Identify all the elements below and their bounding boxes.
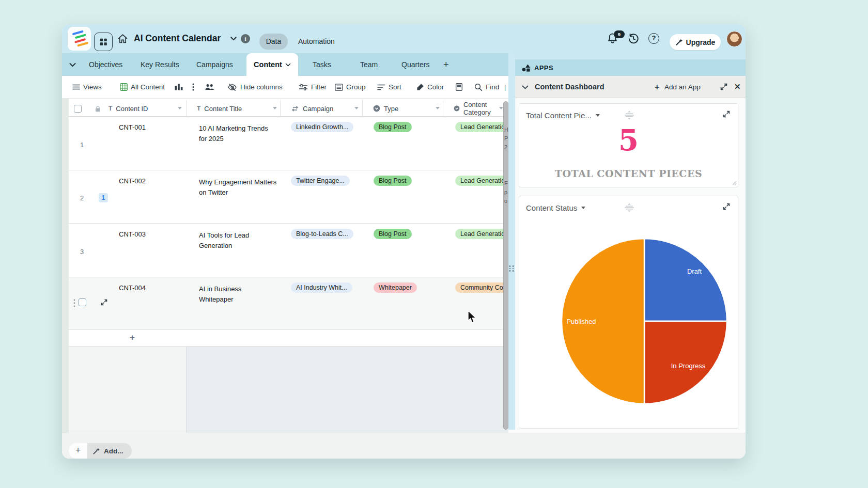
add-app-plus-icon[interactable]: + [655, 83, 659, 92]
column-caret-icon[interactable] [436, 107, 440, 109]
cell-content-id[interactable]: CNT-004 [119, 284, 146, 292]
group-button[interactable]: Group [335, 76, 366, 98]
table-row[interactable]: 2 1 CNT-002 Why Engagement Matters on Tw… [69, 170, 508, 224]
row-number: 3 [80, 248, 84, 256]
expand-widget-icon[interactable] [723, 203, 730, 210]
add-row-button[interactable]: + [69, 330, 508, 347]
column-header-campaign[interactable]: Campaign [291, 100, 333, 117]
kebab-menu-icon[interactable] [192, 83, 194, 91]
widget-total-content: Total Content Pie... 5 TOTAL CONTENT PIE… [519, 103, 738, 187]
leaderboard-icon[interactable] [175, 84, 183, 90]
filter-button[interactable]: Filter [299, 76, 327, 98]
info-icon[interactable]: i [241, 34, 250, 43]
type-pill[interactable]: Whitepaper [374, 282, 417, 293]
column-caret-icon[interactable] [354, 107, 359, 109]
table-row[interactable]: 1 CNT-001 10 AI Marketing Trends for 202… [69, 117, 508, 170]
row-height-icon[interactable] [456, 83, 462, 91]
widget-drag-handle-icon[interactable] [624, 203, 635, 212]
add-button-label: Add... [104, 447, 123, 455]
select-all-checkbox[interactable] [74, 105, 82, 113]
expand-panel-icon[interactable] [720, 83, 727, 90]
title-chevron-down-icon[interactable] [230, 36, 237, 41]
pie-label-published: Published [566, 318, 596, 325]
campaign-pill[interactable]: AI Industry Whit... [291, 282, 352, 293]
dashboard-title: Content Dashboard [535, 83, 605, 91]
tab-tasks[interactable]: Tasks [313, 53, 331, 76]
widget-title-dropdown[interactable]: Total Content Pie... [526, 111, 600, 120]
tab-data[interactable]: Data [259, 34, 288, 50]
column-header-type[interactable]: Type [373, 100, 398, 117]
cell-content-title[interactable]: AI in Business Whitepaper [199, 284, 277, 305]
collaborators-icon[interactable] [205, 84, 214, 90]
tab-quarters[interactable]: Quarters [401, 53, 429, 76]
column-header-content-id[interactable]: T Content ID [109, 100, 148, 117]
cell-content-id[interactable]: CNT-001 [119, 123, 146, 131]
tab-key-results[interactable]: Key Results [141, 53, 179, 76]
panel-divider [508, 53, 515, 430]
add-record-plus-button[interactable]: + [69, 443, 87, 459]
drag-handle-icon[interactable] [73, 299, 75, 307]
user-avatar[interactable] [726, 31, 742, 47]
help-icon[interactable]: ? [648, 33, 659, 44]
cell-content-title[interactable]: AI Tools for Lead Generation [199, 230, 277, 251]
upgrade-button[interactable]: Upgrade [670, 34, 721, 50]
column-header-content-title[interactable]: T Content Title [197, 100, 242, 117]
home-icon[interactable] [117, 34, 128, 46]
history-icon[interactable] [628, 33, 639, 44]
add-sheet-button[interactable]: + [443, 53, 449, 76]
apps-shapes-icon [522, 64, 531, 72]
color-button[interactable]: Color [416, 76, 444, 98]
tab-campaigns[interactable]: Campaigns [196, 53, 233, 76]
metric-value: 5 [519, 124, 738, 155]
collapse-tabs-chevron-icon[interactable] [69, 62, 76, 67]
upgrade-label: Upgrade [686, 38, 716, 46]
close-panel-icon[interactable]: ✕ [734, 82, 741, 91]
tab-team[interactable]: Team [360, 53, 378, 76]
row-checkbox[interactable] [79, 298, 86, 306]
views-label: Views [83, 83, 102, 91]
column-caret-icon[interactable] [178, 107, 182, 109]
stackby-logo[interactable] [68, 27, 91, 51]
table-row-hovered[interactable]: CNT-004 AI in Business Whitepaper AI Ind… [69, 277, 508, 330]
current-view-button[interactable]: All Content [120, 76, 165, 98]
app-switcher-button[interactable] [94, 33, 113, 51]
views-button[interactable]: Views [72, 76, 102, 98]
apps-panel-bar: APPS [515, 59, 746, 76]
content-status-pie-chart[interactable]: Published Draft In Progress [561, 238, 728, 405]
panel-resize-handle[interactable] [508, 261, 515, 276]
widget-title-dropdown[interactable]: Content Status [526, 203, 585, 212]
cell-content-id[interactable]: CNT-003 [119, 230, 146, 238]
comment-count-badge[interactable]: 1 [99, 193, 108, 202]
cell-content-title[interactable]: 10 AI Marketing Trends for 2025 [199, 123, 277, 144]
tab-automation[interactable]: Automation [298, 37, 335, 45]
expand-widget-icon[interactable] [723, 111, 730, 118]
type-pill[interactable]: Blog Post [374, 229, 412, 239]
grid-icon [98, 37, 109, 47]
color-pen-icon [416, 83, 424, 91]
add-app-button[interactable]: Add an App [664, 83, 701, 91]
sort-button[interactable]: Sort [377, 76, 401, 98]
widget-drag-handle-icon[interactable] [624, 111, 635, 120]
campaign-pill[interactable]: Blog-to-Leads C... [291, 229, 353, 239]
resize-corner-icon[interactable] [732, 181, 737, 185]
hide-columns-button[interactable]: Hide columns [227, 76, 283, 98]
campaign-pill[interactable]: Twitter Engage... [291, 176, 350, 186]
add-button[interactable]: Add... [87, 443, 132, 459]
tab-content-active[interactable]: Content [246, 53, 298, 76]
type-pill[interactable]: Blog Post [374, 122, 412, 132]
type-pill[interactable]: Blog Post [374, 176, 412, 186]
tab-objectives[interactable]: Objectives [89, 53, 122, 76]
pie-slice-draft[interactable] [644, 239, 727, 321]
table-row[interactable]: 3 CNT-003 AI Tools for Lead Generation B… [69, 224, 508, 277]
cell-content-title[interactable]: Why Engagement Matters on Twitter [199, 177, 277, 198]
vertical-scrollbar[interactable] [503, 101, 508, 430]
column-caret-icon[interactable] [273, 107, 277, 109]
collapse-dashboard-chevron-icon[interactable] [522, 85, 529, 89]
find-button[interactable]: Find [474, 76, 499, 98]
header-select-all[interactable] [74, 100, 82, 117]
campaign-pill[interactable]: LinkedIn Growth... [291, 122, 353, 132]
cell-content-id[interactable]: CNT-002 [119, 177, 146, 185]
expand-record-icon[interactable] [101, 299, 107, 306]
column-caret-icon[interactable] [499, 107, 503, 109]
link-field-icon [291, 106, 299, 112]
